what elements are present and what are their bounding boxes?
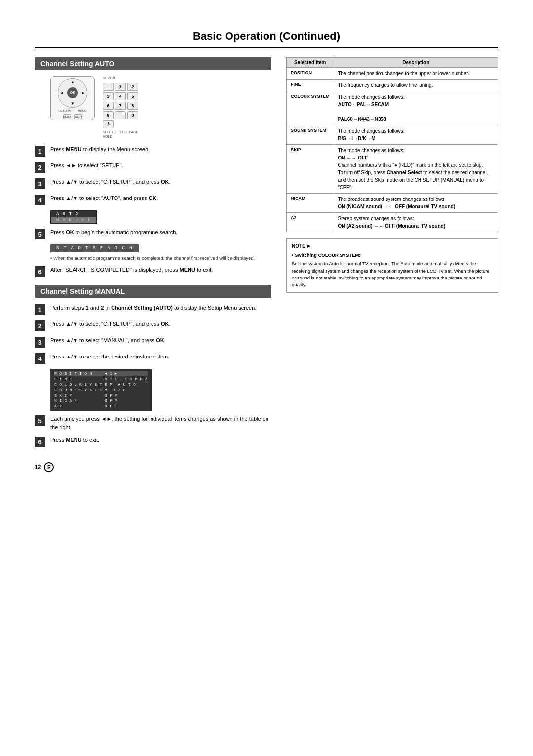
step-number-6: 6	[35, 266, 45, 277]
btn-9: 9	[103, 111, 114, 119]
step-number-2: 2	[35, 162, 45, 173]
step-auto-2: 2 Press ◄► to select "SETUP".	[35, 161, 271, 173]
manual-row-fine: F I N E 8 7 1 . 1 0 M H Z	[54, 376, 148, 382]
step-text-6: After "SEARCH IS COMPLETED" is displayed…	[50, 266, 213, 274]
step-manual-3: 3 Press ▲/▼ to select "MANUAL", and pres…	[35, 336, 271, 348]
step-number-5: 5	[35, 229, 45, 239]
btn-3: 3	[103, 92, 114, 100]
step-auto-5: 5 Press OK to begin the automatic progra…	[35, 228, 271, 239]
remote-body: ▲ ▼ ◄ ► OK RETURN MENU SUBT SLP	[50, 76, 95, 120]
sound-val: B / G	[113, 388, 126, 392]
step-m-text-2: Press ▲/▼ to select "CH SETUP", and pres…	[50, 320, 171, 328]
step-text-3: Press ▲/▼ to select "CH SETUP", and pres…	[50, 178, 171, 186]
note-subtitle: • Switching COLOUR SYSTEM:	[292, 252, 493, 259]
auto-menu-line: A U T O	[51, 211, 96, 217]
step-text-5: Press OK to begin the automatic programm…	[50, 228, 177, 237]
sleep-btn: SLP	[74, 114, 82, 119]
step-text-2: Press ◄► to select "SETUP".	[50, 161, 123, 170]
step-m-number-5: 5	[35, 415, 45, 426]
step-m-text-3: Press ▲/▼ to select "MANUAL", and press …	[50, 336, 166, 345]
manual-row-nicam: N I C A M O F F	[54, 398, 148, 403]
arrow-right-icon: ►	[81, 90, 85, 95]
step-manual-5: 5 Each time you press ◄►, the setting fo…	[35, 415, 271, 431]
step-manual-4: 4 Press ▲/▼ to select the desired adjust…	[35, 353, 271, 364]
desc-a2: Stereo system changes as follows: ON (A2…	[334, 213, 498, 232]
item-sound-system: SOUND SYSTEM	[287, 125, 334, 145]
item-colour-system: COLOUR SYSTEM	[287, 91, 334, 125]
table-row: COLOUR SYSTEM The mode changes as follow…	[287, 91, 498, 125]
btn-misc: ·/·	[103, 120, 114, 128]
manual-section-header: Channel Setting MANUAL	[35, 285, 271, 298]
step-auto-3: 3 Press ▲/▼ to select "CH SETUP", and pr…	[35, 178, 271, 189]
step-m-text-1: Perform steps 1 and 2 in Channel Setting…	[50, 304, 256, 312]
manual-menu-line: M A N U A L	[51, 217, 96, 223]
fine-val: 8 7 1 . 1 0 M H Z	[105, 377, 148, 381]
btn-empty	[103, 83, 114, 91]
table-row: A2 Stereo system changes as follows: ON …	[287, 213, 498, 232]
step-m-text-5: Each time you press ◄►, the setting for …	[50, 415, 271, 431]
table-header-description: Description	[334, 58, 498, 68]
arrow-down-icon: ▼	[71, 101, 75, 106]
btn-empty2	[115, 111, 126, 119]
step-m-number-6: 6	[35, 437, 45, 447]
btn-2: 2	[127, 83, 138, 91]
item-a2: A2	[287, 213, 334, 232]
item-nicam: NICAM	[287, 194, 334, 213]
item-skip: SKIP	[287, 145, 334, 194]
step-m-number-2: 2	[35, 320, 45, 331]
desc-colour-system: The mode changes as follows: AUTO↔PAL↔SE…	[334, 91, 498, 125]
arrow-left-icon: ◄	[60, 90, 64, 95]
remote-illustration: ▲ ▼ ◄ ► OK RETURN MENU SUBT SLP REVEAL	[50, 76, 271, 138]
step-auto-1: 1 Press MENU to display the Menu screen.	[35, 145, 271, 157]
step-manual-2: 2 Press ▲/▼ to select "CH SETUP", and pr…	[35, 320, 271, 331]
manual-screen-display: P O S I T I O N ◄ 1 ► F I N E 8 7 1 . 1 …	[50, 369, 152, 411]
btn-7: 7	[115, 102, 126, 110]
step-m-text-6: Press MENU to exit.	[50, 436, 99, 444]
desc-nicam: The broadcast sound system changes as fo…	[334, 194, 498, 213]
position-val: ◄ 1 ►	[105, 371, 117, 376]
btn-6: 6	[103, 102, 114, 110]
table-row: SKIP The mode changes as follows: ON ←→ …	[287, 145, 498, 194]
nicam-key: N I C A M	[54, 398, 99, 403]
sub-note: When the automatic programme search is c…	[50, 255, 271, 261]
step-text-4: Press ▲/▼ to select "AUTO", and press OK…	[50, 194, 158, 202]
page-letter-circle: E	[44, 462, 54, 472]
ok-button: OK	[67, 87, 78, 98]
manual-row-colour: C O L O U R S Y S T E M A U T O	[54, 382, 148, 387]
table-row: FINE The frequency changes to allow fine…	[287, 80, 498, 91]
page-title: Basic Operation (Continued)	[35, 30, 498, 48]
settings-table: Selected item Description POSITION The c…	[286, 57, 498, 232]
sound-key: S O U N D S Y S T E M	[54, 388, 107, 392]
manual-row-position: P O S I T I O N ◄ 1 ►	[54, 371, 148, 376]
item-fine: FINE	[287, 80, 334, 91]
step-auto-4: 4 Press ▲/▼ to select "AUTO", and press …	[35, 194, 271, 205]
d-pad: ▲ ▼ ◄ ► OK	[58, 78, 87, 108]
step-auto-6: 6 After "SEARCH IS COMPLETED" is display…	[35, 266, 271, 277]
hold-label2: HOLD	[103, 135, 138, 138]
page-number: 12 E	[35, 462, 271, 472]
step-number-1: 1	[35, 146, 45, 157]
btn-8: 8	[127, 102, 138, 110]
btn-5: 5	[127, 92, 138, 100]
a2-val: O F F	[105, 404, 117, 408]
right-column: Selected item Description POSITION The c…	[286, 57, 498, 472]
step-m-number-3: 3	[35, 337, 45, 348]
step-number-4: 4	[35, 195, 45, 205]
step-m-text-4: Press ▲/▼ to select the desired adjustme…	[50, 353, 169, 361]
return-label: RETURN	[59, 109, 71, 112]
numpad-area: REVEAL 1 2 3 4 5 6 7 8 9	[103, 76, 138, 138]
note-box: • Switching COLOUR SYSTEM: Set the syste…	[286, 238, 498, 293]
menu-label: MENU	[78, 109, 87, 112]
desc-position: The channel position changes to the uppe…	[334, 68, 498, 80]
table-row: SOUND SYSTEM The mode changes as follows…	[287, 125, 498, 145]
left-column: Channel Setting AUTO ▲ ▼ ◄ ► OK RETURN M…	[35, 57, 271, 472]
nicam-val: O F F	[105, 398, 117, 403]
table-row: POSITION The channel position changes to…	[287, 68, 498, 80]
step-text-1: Press MENU to display the Menu screen.	[50, 145, 150, 154]
btn-0: 0	[127, 111, 138, 119]
subtitle-sleeperage-label: SUBTITLE SLEEPAGE	[103, 130, 138, 134]
note-title	[292, 242, 493, 250]
step-manual-6: 6 Press MENU to exit.	[35, 436, 271, 447]
colour-key: C O L O U R S Y S T E M	[54, 382, 112, 387]
skip-val: O F F	[105, 393, 117, 398]
